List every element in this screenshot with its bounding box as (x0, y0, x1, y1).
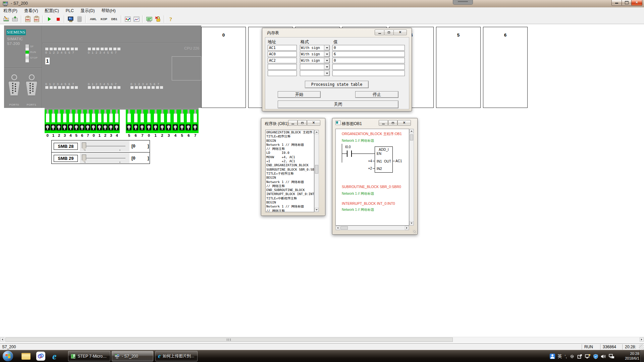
horizontal-scrollbar[interactable] (335, 226, 409, 230)
dropdown-arrow-icon[interactable] (324, 64, 329, 69)
address-input[interactable] (268, 64, 297, 70)
input-switch[interactable] (147, 114, 151, 122)
expansion-slot[interactable]: 6 (483, 27, 528, 108)
format-select[interactable] (300, 64, 330, 70)
terminal-cell[interactable] (45, 110, 50, 133)
run-button[interactable] (45, 15, 53, 23)
scroll-down-icon[interactable] (410, 221, 414, 225)
maximize-window-button[interactable] (622, 0, 632, 6)
scrollbar-thumb[interactable] (410, 134, 413, 140)
input-switch[interactable] (86, 114, 90, 122)
ime-language-indicator[interactable]: 英 (558, 353, 562, 359)
dropdown-arrow-icon[interactable] (324, 58, 329, 63)
scroll-left-icon[interactable] (0, 338, 4, 342)
share-arrow-icon[interactable] (577, 354, 582, 359)
shield-icon[interactable] (593, 354, 598, 359)
taskbar-button-step7[interactable]: STEP 7-Micro/W... (68, 351, 110, 361)
open-awl-block-button[interactable]: AWL (24, 15, 32, 23)
resize-grip[interactable] (639, 344, 644, 350)
show-desktop-button[interactable] (640, 350, 644, 362)
terminal-cell[interactable] (50, 110, 56, 133)
format-select[interactable] (300, 70, 330, 76)
address-input[interactable] (268, 45, 297, 51)
input-switch[interactable] (115, 114, 118, 122)
input-switch[interactable] (154, 114, 157, 122)
menu-view[interactable]: 查看(V) (21, 7, 42, 14)
expansion-slot[interactable]: 0 (201, 27, 246, 108)
vertical-scrollbar[interactable] (409, 129, 414, 226)
open-db1-block-button[interactable]: DB1 (33, 15, 41, 23)
smb29-slider[interactable] (80, 153, 129, 163)
close-window-button[interactable]: × (631, 0, 642, 6)
terminal-cell[interactable] (172, 110, 179, 133)
value-input[interactable] (332, 45, 405, 51)
vertical-scrollbar[interactable] (314, 130, 319, 212)
value-input[interactable] (332, 51, 405, 57)
terminal-cell[interactable] (97, 110, 102, 133)
input-switch[interactable] (141, 114, 144, 122)
terminal-cell[interactable] (152, 110, 159, 133)
restore-button[interactable] (298, 120, 307, 126)
terminal-cell[interactable] (185, 110, 192, 133)
stop-button[interactable] (54, 15, 62, 23)
input-switch[interactable] (63, 114, 66, 122)
close-button[interactable] (393, 29, 407, 35)
input-switch[interactable] (80, 114, 84, 122)
terminal-cell[interactable] (73, 110, 79, 133)
menu-help[interactable]: 帮助(H) (98, 7, 119, 14)
terminal-cell[interactable] (114, 110, 120, 133)
add-instruction-box[interactable]: ADD_I EN IN1 OUT IN2 (375, 146, 393, 173)
scroll-up-icon[interactable] (315, 130, 319, 134)
main-horizontal-scrollbar[interactable] (0, 337, 644, 343)
resize-grip[interactable] (413, 230, 416, 233)
value-input[interactable] (332, 70, 405, 76)
input-switch[interactable] (194, 114, 197, 122)
terminal-cell[interactable] (139, 110, 146, 133)
slider-thumb[interactable] (82, 142, 86, 150)
processing-state-table-button[interactable]: Processing state table (305, 81, 369, 88)
view-db1-button[interactable]: DB1 (109, 17, 119, 21)
menu-config[interactable]: 配置(C) (41, 7, 62, 14)
format-select[interactable]: With sign (300, 58, 330, 63)
input-switch[interactable] (57, 114, 61, 122)
input-switch[interactable] (46, 114, 49, 122)
password-lock-button[interactable] (154, 15, 162, 23)
input-switch[interactable] (174, 114, 177, 122)
address-input[interactable] (268, 58, 297, 63)
terminal-cell[interactable] (126, 110, 132, 133)
ladder-canvas[interactable]: ORGANIZATION_BLOCK 主程序:OB1 Network 1 // … (335, 129, 409, 226)
scroll-left-icon[interactable] (336, 226, 340, 230)
minimize-button[interactable] (288, 120, 298, 126)
input-switch[interactable] (109, 114, 113, 122)
value-input[interactable] (332, 64, 405, 70)
input-switch[interactable] (127, 114, 131, 122)
dropdown-arrow-icon[interactable] (324, 45, 329, 50)
menu-program[interactable]: 程序(P) (0, 7, 21, 14)
terminal-cell[interactable] (159, 110, 166, 133)
restore-button[interactable] (388, 120, 397, 126)
input-switch[interactable] (187, 114, 190, 122)
minimize-button[interactable] (379, 120, 388, 126)
expansion-slot[interactable]: 5 (436, 27, 481, 108)
input-switch[interactable] (98, 114, 101, 122)
taskbar-button-browser[interactable]: e 如何上传图片到... (155, 351, 198, 361)
terminal-cell[interactable] (62, 110, 68, 133)
browser-taskbar-icon[interactable]: e (52, 351, 56, 362)
maximize-button[interactable] (384, 29, 394, 35)
view-awl-button[interactable]: AWL (88, 17, 99, 21)
slider-track[interactable] (85, 146, 125, 146)
input-switch[interactable] (75, 114, 78, 122)
gear-icon[interactable] (570, 354, 575, 359)
menu-plc[interactable]: PLC (62, 8, 77, 14)
disconnect-button[interactable] (75, 15, 84, 23)
smb28-slider[interactable] (80, 141, 129, 151)
input-switch[interactable] (104, 114, 107, 122)
input-switch[interactable] (92, 114, 95, 122)
terminal-cell[interactable] (79, 110, 85, 133)
terminal-cell[interactable] (108, 110, 114, 133)
dropdown-arrow-icon[interactable] (324, 52, 329, 57)
terminal-cell[interactable] (132, 110, 139, 133)
close-dialog-button[interactable]: 关闭 (278, 101, 398, 108)
format-select[interactable]: With sign (300, 51, 330, 57)
terminal-cell[interactable] (56, 110, 62, 133)
